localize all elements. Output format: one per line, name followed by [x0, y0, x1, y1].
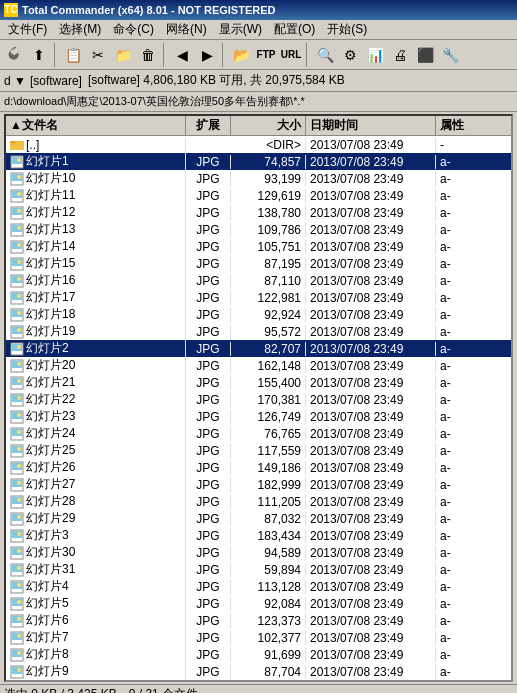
header-datetime[interactable]: 日期时间	[306, 116, 436, 135]
tb-copy[interactable]: 📋	[61, 43, 85, 67]
tb-up[interactable]: ⬆	[27, 43, 51, 67]
table-row[interactable]: 幻灯片17JPG122,9812013/07/08 23:49a-	[6, 289, 511, 306]
file-panel: ▲文件名 扩展 大小 日期时间 属性 [..]<DIR>2013/07/08 2…	[4, 114, 513, 682]
svg-point-73	[17, 549, 21, 553]
menu-start[interactable]: 开始(S)	[321, 20, 373, 39]
file-name-cell: 幻灯片26	[6, 459, 186, 476]
table-row[interactable]: 幻灯片5JPG92,0842013/07/08 23:49a-	[6, 595, 511, 612]
menu-file[interactable]: 文件(F)	[2, 20, 53, 39]
file-ext-cell: JPG	[186, 393, 231, 407]
file-size-cell: 76,765	[231, 427, 306, 441]
file-size-cell: 117,559	[231, 444, 306, 458]
menu-select[interactable]: 选择(M)	[53, 20, 107, 39]
table-row[interactable]: 幻灯片2JPG82,7072013/07/08 23:49a-	[6, 340, 511, 357]
file-date-cell: 2013/07/08 23:49	[306, 342, 436, 356]
file-name-cell: 幻灯片29	[6, 510, 186, 527]
tb-btn9[interactable]: ⬛	[413, 43, 437, 67]
file-ext-cell: JPG	[186, 342, 231, 356]
tb-ftp[interactable]: FTP	[254, 43, 278, 67]
tb-btn8[interactable]: 🖨	[388, 43, 412, 67]
image-icon	[10, 614, 24, 628]
file-attr-cell: a-	[436, 308, 486, 322]
table-row[interactable]: 幻灯片12JPG138,7802013/07/08 23:49a-	[6, 204, 511, 221]
file-ext-cell: JPG	[186, 444, 231, 458]
file-name-text: 幻灯片5	[26, 595, 69, 612]
table-row[interactable]: 幻灯片30JPG94,5892013/07/08 23:49a-	[6, 544, 511, 561]
table-row[interactable]: 幻灯片14JPG105,7512013/07/08 23:49a-	[6, 238, 511, 255]
table-row[interactable]: 幻灯片19JPG95,5722013/07/08 23:49a-	[6, 323, 511, 340]
menu-config[interactable]: 配置(O)	[268, 20, 321, 39]
tb-refresh[interactable]	[2, 43, 26, 67]
file-name-text: 幻灯片26	[26, 459, 75, 476]
table-row[interactable]: 幻灯片26JPG149,1862013/07/08 23:49a-	[6, 459, 511, 476]
file-attr-cell: a-	[436, 223, 486, 237]
table-row[interactable]: 幻灯片7JPG102,3772013/07/08 23:49a-	[6, 629, 511, 646]
table-row[interactable]: [..]<DIR>2013/07/08 23:49-	[6, 136, 511, 153]
table-row[interactable]: 幻灯片29JPG87,0322013/07/08 23:49a-	[6, 510, 511, 527]
file-ext-cell: JPG	[186, 155, 231, 169]
table-row[interactable]: 幻灯片9JPG87,7042013/07/08 23:49a-	[6, 663, 511, 680]
tb-opendir[interactable]: 📂	[229, 43, 253, 67]
file-date-cell: 2013/07/08 23:49	[306, 512, 436, 526]
header-ext[interactable]: 扩展	[186, 116, 231, 135]
table-row[interactable]: 幻灯片10JPG93,1992013/07/08 23:49a-	[6, 170, 511, 187]
header-attr[interactable]: 属性	[436, 116, 486, 135]
menu-network[interactable]: 网络(N)	[160, 20, 213, 39]
tb-newdir[interactable]: 📁	[111, 43, 135, 67]
table-row[interactable]: 幻灯片21JPG155,4002013/07/08 23:49a-	[6, 374, 511, 391]
table-row[interactable]: 幻灯片23JPG126,7492013/07/08 23:49a-	[6, 408, 511, 425]
tb-btn7[interactable]: 📊	[363, 43, 387, 67]
table-row[interactable]: 幻灯片13JPG109,7862013/07/08 23:49a-	[6, 221, 511, 238]
file-ext-cell: JPG	[186, 376, 231, 390]
table-row[interactable]: 幻灯片28JPG111,2052013/07/08 23:49a-	[6, 493, 511, 510]
header-name[interactable]: ▲文件名	[6, 116, 186, 135]
table-row[interactable]: 幻灯片3JPG183,4342013/07/08 23:49a-	[6, 527, 511, 544]
file-attr-cell: a-	[436, 665, 486, 679]
table-row[interactable]: 幻灯片8JPG91,6992013/07/08 23:49a-	[6, 646, 511, 663]
file-name-cell: 幻灯片8	[6, 646, 186, 663]
file-name-cell: 幻灯片30	[6, 544, 186, 561]
table-row[interactable]: 幻灯片24JPG76,7652013/07/08 23:49a-	[6, 425, 511, 442]
file-size-cell: 95,572	[231, 325, 306, 339]
file-name-text: 幻灯片14	[26, 238, 75, 255]
tb-right[interactable]: ▶	[195, 43, 219, 67]
file-attr-cell: a-	[436, 478, 486, 492]
table-row[interactable]: 幻灯片27JPG182,9992013/07/08 23:49a-	[6, 476, 511, 493]
tb-btn5[interactable]: 🔍	[313, 43, 337, 67]
file-name-cell: 幻灯片22	[6, 391, 186, 408]
file-name-cell: 幻灯片24	[6, 425, 186, 442]
file-date-cell: 2013/07/08 23:49	[306, 376, 436, 390]
file-date-cell: 2013/07/08 23:49	[306, 444, 436, 458]
svg-point-22	[17, 260, 21, 264]
tb-btn10[interactable]: 🔧	[438, 43, 462, 67]
file-ext-cell: JPG	[186, 597, 231, 611]
table-row[interactable]: 幻灯片1JPG74,8572013/07/08 23:49a-	[6, 153, 511, 170]
table-row[interactable]: 幻灯片4JPG113,1282013/07/08 23:49a-	[6, 578, 511, 595]
file-name-text: [..]	[26, 138, 39, 152]
menu-view[interactable]: 显示(W)	[213, 20, 268, 39]
header-size[interactable]: 大小	[231, 116, 306, 135]
file-name-cell: 幻灯片15	[6, 255, 186, 272]
table-row[interactable]: 幻灯片20JPG162,1482013/07/08 23:49a-	[6, 357, 511, 374]
table-row[interactable]: 幻灯片11JPG129,6192013/07/08 23:49a-	[6, 187, 511, 204]
svg-point-46	[17, 396, 21, 400]
table-row[interactable]: 幻灯片25JPG117,5592013/07/08 23:49a-	[6, 442, 511, 459]
tb-btn6[interactable]: ⚙	[338, 43, 362, 67]
table-row[interactable]: 幻灯片16JPG87,1102013/07/08 23:49a-	[6, 272, 511, 289]
tb-move[interactable]: ✂	[86, 43, 110, 67]
table-row[interactable]: 幻灯片18JPG92,9242013/07/08 23:49a-	[6, 306, 511, 323]
tb-delete[interactable]: 🗑	[136, 43, 160, 67]
status-text: 选中 0 KB / 3,425 KB，0 / 31 个文件	[4, 686, 198, 693]
file-date-cell: 2013/07/08 23:49	[306, 631, 436, 645]
file-name-text: 幻灯片17	[26, 289, 75, 306]
table-row[interactable]: 幻灯片22JPG170,3812013/07/08 23:49a-	[6, 391, 511, 408]
file-attr-cell: a-	[436, 155, 486, 169]
tb-left[interactable]: ◀	[170, 43, 194, 67]
tb-url[interactable]: URL	[279, 43, 303, 67]
svg-point-25	[17, 277, 21, 281]
table-row[interactable]: 幻灯片6JPG123,3732013/07/08 23:49a-	[6, 612, 511, 629]
table-row[interactable]: 幻灯片15JPG87,1952013/07/08 23:49a-	[6, 255, 511, 272]
file-list[interactable]: [..]<DIR>2013/07/08 23:49-幻灯片1JPG74,8572…	[6, 136, 511, 680]
table-row[interactable]: 幻灯片31JPG59,8942013/07/08 23:49a-	[6, 561, 511, 578]
menu-command[interactable]: 命令(C)	[107, 20, 160, 39]
